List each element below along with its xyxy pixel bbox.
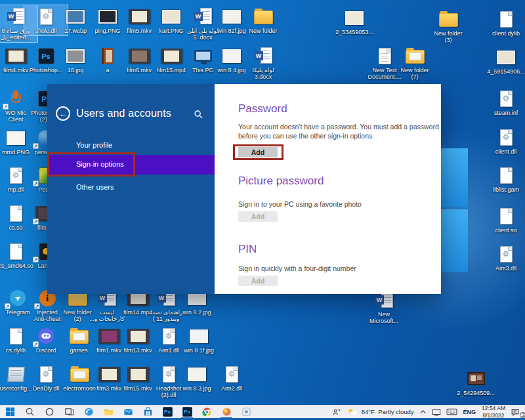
app-discord-label: Discord [36,347,56,354]
photoshop-button-2[interactable]: Ps [177,406,197,419]
file-steam-inf-label: steam.inf [494,110,518,116]
desktop: Wورق سـاء 8 يل_edited...⚙shole.dll17.web… [0,0,525,420]
file-explorer-button[interactable] [98,406,118,419]
desktop-icon-folder-new-7[interactable]: New folder (7) [393,45,436,81]
file-deadly-dll-label: DeaDly.dll [33,385,59,392]
file-cs-dylib-label: cs.dylib [6,347,26,354]
search-button[interactable] [20,406,39,419]
desktop-icon-file-new-microsoft[interactable]: WNew Microsoft... [362,289,406,326]
file-aim3-dll-label: Aim3.dll [495,265,516,272]
file-film5-mkv-label: film5.mkv [127,28,152,34]
file-client-dll-icon: ⚙ [493,127,519,147]
pinned-app-button[interactable] [236,406,256,419]
pin-description: Sign in quickly with a four-digit number [238,264,444,274]
file-cs-so-label: cs.so [9,224,22,231]
file-client-so-icon [493,206,519,226]
edge-button[interactable] [79,406,98,419]
mail-button[interactable] [118,406,138,419]
app-discord-icon: ↗ [33,326,59,346]
people-icon[interactable] [329,406,344,419]
firefox-button[interactable] [217,406,236,419]
folder-new-3-icon [435,9,461,29]
desktop-icon-file-steam-inf[interactable]: ⚙steam.inf [484,87,525,117]
file-2-53459053-icon [341,8,368,28]
explorer-icon [104,407,114,417]
weather-temp: 84°F [362,408,375,415]
add-password-button[interactable]: Add [238,147,278,158]
desktop-icon-file-aim2-dll[interactable]: ⚙Aim2.dll [210,363,253,393]
folder-new-7-icon [402,46,428,66]
sidebar-item-other-users[interactable]: Other users [76,183,114,191]
file-18-jpg-label: 18.jpg [68,67,84,74]
weather-icon[interactable] [344,406,361,419]
picture-password-description: Sign in to your PC using a favorite phot… [238,200,444,209]
desktop-icon-file-2-54294509[interactable]: 2_54294509... [454,368,497,398]
desktop-icon-file-client-dll[interactable]: ⚙client.dll [484,126,525,156]
language-indicator[interactable]: ENG [460,409,480,415]
system-tray: 84°F Partly cloudy ENG 12:54 AM 8/1/2022… [329,406,525,419]
desktop-icon-file-aim3-dll[interactable]: ⚙Aim3.dll [484,243,525,273]
section-heading-picture-password: Picture password [238,175,324,188]
folder-new-icon [250,7,276,26]
section-heading-pin: PIN [238,243,257,256]
desktop-icon-file-4-59154906[interactable]: 4_59154906... [484,46,525,76]
display-icon[interactable] [429,406,444,419]
file-new-microsoft-label: New Microsoft... [369,311,398,324]
desktop-icon-file-win-8-1f-jpg[interactable]: win 8 1f.jpg [177,325,220,355]
file-kart-png-label: kart.PNG [159,28,183,34]
windows-logo-pane-bottom [441,209,468,272]
file-18-jpg-icon [62,46,89,66]
file-film5-mkv-icon [126,7,152,26]
cortana-button[interactable] [39,406,59,419]
chevron-up-icon[interactable] [417,406,429,419]
file-win-8-1f-jpg-label: win 8 1f.jpg [184,347,214,354]
file-aim1-dll-label: Aim1.dll [158,347,179,354]
back-button[interactable]: ← [56,106,70,121]
file-client-so-label: client.so [495,227,516,234]
file-aim2-dll-icon: ⚙ [219,364,245,384]
file-2-53459053-label: 2_53459053... [335,29,373,35]
store-button[interactable] [138,406,158,419]
start-button[interactable] [0,406,20,419]
file-17-webp-icon [62,7,89,26]
firefox-icon [222,407,232,417]
search-icon[interactable] [194,110,203,119]
sidebar-item-sign-in-options[interactable]: Sign-in options [76,160,124,168]
add-picture-password-button[interactable]: Add [238,211,278,222]
sidebar-item-your-profile[interactable]: Your profile [76,141,112,149]
settings-window: ← Users and accounts Your profile Sign-i… [47,84,441,294]
folder-new-7-label: New folder (7) [400,67,429,80]
file-film6-mkv-label: film6.mkv [127,67,152,74]
settings-content: Password Your account doesn't have a pas… [215,84,441,294]
settings-sidebar: ← Users and accounts Your profile Sign-i… [47,84,215,294]
desktop-icon-file-louleh-3-docx[interactable]: Wلوله بليكا 3.docx [242,45,285,81]
folder-games-label: games [70,347,87,354]
clock[interactable]: 12:54 AM 8/1/2022 [479,405,508,419]
desktop-icon-file-client-so[interactable]: client.so [484,205,525,235]
clock-time: 12:54 AM [482,405,505,412]
file-louleh-3-docx-label: لوله بليكا 3.docx [252,67,274,80]
add-pin-button[interactable]: Add [238,276,278,286]
desktop-icon-file-liblist-gam[interactable]: liblist.gam [484,164,525,194]
file-liblist-gam-icon [493,165,519,185]
file-win-8-4-jpg-icon [219,46,245,66]
desktop-icon-file-client-dylib[interactable]: client.dylib [484,8,525,38]
desktop-icon-folder-new-3[interactable]: New folder (3) [427,8,470,45]
desktop-icon-folder-new[interactable]: New folder [242,5,285,35]
task-view-button[interactable] [59,406,79,419]
keyboard-icon[interactable] [444,406,460,419]
photoshop-icon: Ps [163,407,173,417]
file-film6-mkv-icon [126,46,152,66]
app-wo-mic-client-label: WO Mic Client [5,110,26,123]
mail-icon [123,407,133,417]
action-center-icon[interactable]: 3 [508,406,525,419]
file-4-59154906-icon [493,47,519,67]
file-client-dylib-label: client.dylib [492,30,520,37]
store-icon [143,407,153,417]
weather-text[interactable]: 84°F Partly cloudy [361,408,417,415]
desktop-icon-file-2-53459053[interactable]: 2_53459053... [333,7,376,37]
file-win-8-1f-jpg-icon [186,326,212,346]
chrome-button[interactable] [197,406,217,419]
photoshop-button-1[interactable]: Ps [158,406,177,419]
file-deadly-dll-icon: ⚙ [33,364,59,384]
